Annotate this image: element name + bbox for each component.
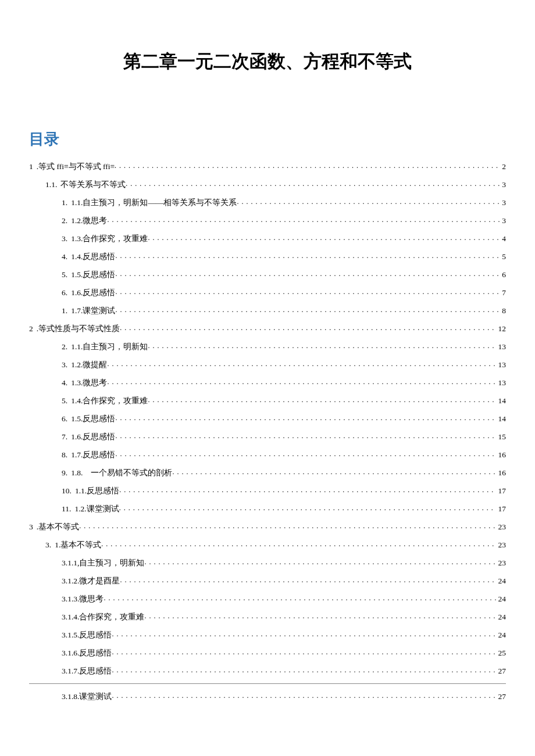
toc-entry-lead: 3 — [29, 523, 33, 531]
toc-dots — [104, 593, 495, 601]
toc-entry: 3.1.基本不等式23 — [29, 539, 506, 549]
toc-entry: 2.等式性质与不等式性质12 — [29, 323, 506, 332]
toc-dots — [115, 269, 500, 277]
toc-dots — [115, 287, 500, 295]
toc-entry-text: 1.8. 一个易错不等式的剖析 — [71, 469, 172, 477]
toc-page-number: 17 — [496, 505, 507, 513]
toc-page-number: 23 — [496, 559, 507, 567]
toc-entry: 4.1.3.微思考13 — [29, 377, 506, 386]
toc-entry-lead: 7. — [62, 433, 67, 441]
toc-entry: 10.1.1.反思感悟17 — [29, 485, 506, 495]
toc-entry-text: 3.1.4.合作探究，攻重难 — [62, 613, 144, 621]
toc-entry-lead: 10. — [62, 487, 72, 495]
toc-entry: 5.1.4.合作探究，攻重难14 — [29, 395, 506, 404]
toc-entry-text: 1.2.微思考 — [71, 217, 107, 225]
toc-page-number: 6 — [500, 271, 506, 279]
toc-entry-lead: 1. — [62, 199, 67, 207]
toc-page-number: 23 — [496, 541, 507, 549]
toc-entry: 3.1.8.课堂测试27 — [29, 691, 506, 700]
toc-page-number: 16 — [496, 451, 507, 459]
toc-page-number: 17 — [496, 487, 507, 495]
toc-entry: 6.1.6.反思感悟7 — [29, 287, 506, 296]
toc-dots — [148, 341, 495, 349]
toc-entry: 3.1.2.微才是酉星24 — [29, 575, 506, 585]
toc-page-number: 2 — [500, 163, 506, 171]
toc-entry-lead: 1.1. — [45, 181, 57, 189]
toc-dots — [112, 691, 495, 699]
toc-page-number: 5 — [500, 253, 506, 261]
toc-dots — [107, 359, 495, 367]
toc-dots — [144, 557, 495, 565]
toc-entry-lead: 5. — [62, 397, 67, 405]
toc-entry-lead: 2. — [62, 343, 67, 351]
toc-dots — [115, 305, 500, 313]
toc-entry-text: 3.1.8.课堂测试 — [62, 693, 112, 701]
toc-entry: 3.1.3.微思考24 — [29, 593, 506, 603]
toc-entry: 4.1.4.反思感悟5 — [29, 251, 506, 260]
toc-dots — [79, 521, 495, 529]
toc-entry-text: 1.1.自主预习，明新知——相等关系与不等关系 — [71, 199, 237, 207]
toc-entry-text: .等式 ffi≡与不等式 ffi≡ — [37, 163, 115, 171]
toc-entry-lead: 8. — [62, 451, 67, 459]
toc-page-number: 3 — [500, 199, 506, 207]
toc-dots — [120, 575, 495, 583]
toc-entry-text: 3.1.5.反思感悟 — [62, 631, 112, 639]
toc-entry-lead: 2 — [29, 325, 33, 333]
toc-page-number: 4 — [500, 235, 506, 243]
toc-entry-text: 1.1.反思感悟 — [75, 487, 119, 495]
toc-page-number: 14 — [496, 397, 507, 405]
toc-entry-lead: 6. — [62, 289, 67, 297]
toc-entry-text: 1.3.微思考 — [71, 379, 107, 387]
toc-dots — [115, 251, 500, 259]
toc-entry-text: 1.2.微提醒 — [71, 361, 107, 369]
toc-entry: 3.1.7.反思感悟27 — [29, 665, 506, 675]
toc-entry: 6.1.5.反思感悟14 — [29, 413, 506, 422]
toc-entry-lead: 1 — [29, 163, 33, 171]
toc-entry-lead: 3. — [62, 361, 67, 369]
toc-entry: 3.基本不等式23 — [29, 521, 506, 531]
toc-dots — [126, 179, 500, 187]
toc-entry-text: 1.1.自主预习，明新知 — [71, 343, 148, 351]
toc-entry-lead: 3. — [45, 541, 51, 549]
toc-entry-text: 3.1.6.反思感悟 — [62, 649, 112, 657]
toc-entry: 2.1.1.自主预习，明新知13 — [29, 341, 506, 350]
toc-entry-text: 1.7.课堂测试 — [71, 307, 115, 315]
toc-dots — [172, 467, 495, 475]
toc-entry: 7.1.6.反思感悟15 — [29, 431, 506, 440]
toc-dots — [107, 377, 495, 385]
toc-entry-text: 3.1.3.微思考 — [62, 595, 104, 603]
toc-dots — [119, 485, 495, 493]
toc-page-number: 14 — [496, 415, 507, 423]
toc-entry: 5.1.5.反思感悟6 — [29, 269, 506, 278]
toc-page-number: 27 — [496, 693, 507, 701]
toc-entry: 9.1.8. 一个易错不等式的剖析16 — [29, 467, 506, 476]
toc-dots — [115, 161, 500, 169]
toc-page-number: 3 — [500, 217, 506, 225]
toc-entry: 3.1.6.反思感悟25 — [29, 647, 506, 657]
toc-entry-lead: 1. — [62, 307, 67, 315]
toc-entry: 8.1.7.反思感悟16 — [29, 449, 506, 458]
chapter-title: 第二章一元二次函数、方程和不等式 — [29, 49, 506, 74]
toc-entry-lead: 3. — [62, 235, 67, 243]
toc-dots — [101, 539, 495, 547]
toc-entry: 1.1.不等关系与不等式3 — [29, 179, 506, 188]
toc-entry: 11.1.2.课堂测试17 — [29, 503, 506, 513]
toc-dots — [237, 197, 500, 205]
toc-entry-text: 1.7.反思感悟 — [71, 451, 115, 459]
toc-dots — [119, 503, 496, 511]
toc-entry-text: 1.5.反思感悟 — [71, 271, 115, 279]
toc-entry: 3.1.2.微提醒13 — [29, 359, 506, 368]
toc-entry: 1.1.1.自主预习，明新知——相等关系与不等关系3 — [29, 197, 506, 206]
toc-dots — [112, 629, 495, 637]
toc-entry-lead: 2. — [62, 217, 67, 225]
toc-entry: 1.1.7.课堂测试8 — [29, 305, 506, 314]
toc-dots — [144, 611, 495, 619]
toc-entry-lead: 6. — [62, 415, 67, 423]
toc-entry-text: 1.6.反思感悟 — [71, 433, 115, 441]
toc-page-number: 7 — [500, 289, 506, 297]
toc-page-number: 24 — [496, 577, 507, 585]
toc-entry-text: 1.基本不等式 — [55, 541, 101, 549]
toc-entry-text: 1.4.合作探究，攻重难 — [71, 397, 148, 405]
toc-page-number: 13 — [496, 343, 507, 351]
toc-dots — [115, 431, 495, 439]
